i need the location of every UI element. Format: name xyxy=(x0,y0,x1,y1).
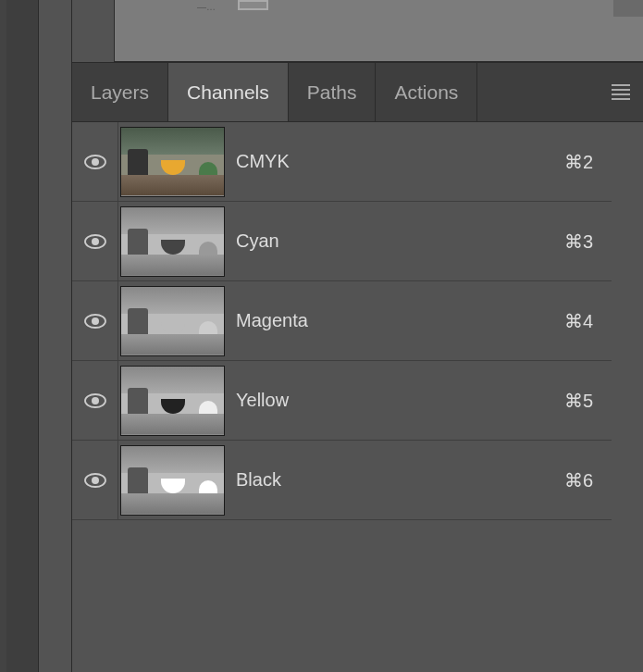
tab-spacer xyxy=(477,63,643,121)
window-left-edge xyxy=(0,0,6,672)
channel-name: CMYK xyxy=(225,151,564,172)
channel-row-composite[interactable]: CMYK ⌘2 xyxy=(72,122,612,202)
eye-icon xyxy=(84,314,106,329)
svg-point-3 xyxy=(92,238,99,245)
right-gutter xyxy=(612,122,643,672)
eye-icon xyxy=(84,234,106,249)
upper-right-block xyxy=(613,0,643,17)
main-area: —… Layers Channels Paths Actions xyxy=(72,0,643,672)
channel-thumbnail xyxy=(120,127,225,197)
channel-thumbnail xyxy=(120,206,225,277)
eye-icon xyxy=(84,473,106,488)
channel-row-magenta[interactable]: Magenta ⌘4 xyxy=(72,281,612,361)
upper-text-fragment: —… xyxy=(197,2,216,12)
panel-menu-icon[interactable] xyxy=(612,84,630,100)
channel-name: Black xyxy=(225,469,564,491)
channel-row-black[interactable]: Black ⌘6 xyxy=(72,441,612,520)
eye-icon xyxy=(84,393,106,408)
channel-name: Cyan xyxy=(225,230,564,252)
channel-thumbnail xyxy=(120,445,225,516)
visibility-cell[interactable] xyxy=(72,122,118,201)
svg-point-7 xyxy=(92,397,99,404)
channel-name: Magenta xyxy=(225,310,564,331)
upper-control-fragment[interactable] xyxy=(238,0,268,10)
visibility-cell[interactable] xyxy=(72,281,118,360)
channel-thumbnail xyxy=(120,366,225,436)
channel-shortcut: ⌘3 xyxy=(564,230,612,253)
channel-shortcut: ⌘2 xyxy=(564,151,612,173)
visibility-cell[interactable] xyxy=(72,361,118,440)
channel-name: Yellow xyxy=(225,390,564,411)
left-dock-strip-dark xyxy=(6,0,39,672)
eye-icon xyxy=(84,155,106,169)
channel-row-yellow[interactable]: Yellow ⌘5 xyxy=(72,361,612,441)
panel-tabs: Layers Channels Paths Actions xyxy=(72,62,643,122)
channel-shortcut: ⌘5 xyxy=(564,390,612,412)
upper-panel-fragment: —… xyxy=(114,0,643,62)
svg-point-1 xyxy=(92,158,99,166)
tab-channels[interactable]: Channels xyxy=(168,63,289,121)
tab-paths[interactable]: Paths xyxy=(289,63,377,121)
svg-point-5 xyxy=(92,317,99,325)
channel-shortcut: ⌘6 xyxy=(564,469,612,492)
channel-shortcut: ⌘4 xyxy=(564,310,612,332)
channels-list: CMYK ⌘2 Cyan ⌘3 xyxy=(72,122,612,672)
tab-actions[interactable]: Actions xyxy=(376,63,477,121)
left-dock-strip-mid xyxy=(39,0,72,672)
visibility-cell[interactable] xyxy=(72,202,118,280)
visibility-cell[interactable] xyxy=(72,441,118,519)
tab-layers[interactable]: Layers xyxy=(72,63,168,121)
channel-thumbnail xyxy=(120,286,225,356)
channel-row-cyan[interactable]: Cyan ⌘3 xyxy=(72,202,612,281)
svg-point-9 xyxy=(92,477,99,484)
